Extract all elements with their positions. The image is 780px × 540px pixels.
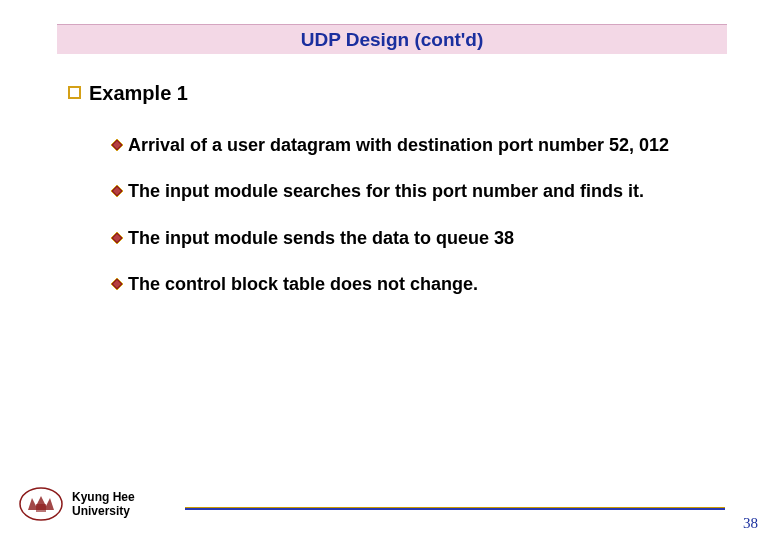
bullet-item: The control block table does not change.	[110, 272, 728, 296]
diamond-bullet-icon	[110, 184, 124, 198]
university-line2: University	[72, 504, 135, 518]
slide-footer: Kyung Hee University	[18, 482, 762, 526]
svg-rect-9	[36, 504, 46, 512]
bullet-item: The input module sends the data to queue…	[110, 226, 728, 250]
example-heading: Example 1	[89, 82, 188, 105]
university-logo-icon	[18, 486, 64, 522]
university-line1: Kyung Hee	[72, 490, 135, 504]
bullet-text: Arrival of a user datagram with destinat…	[128, 133, 669, 157]
bullet-text: The input module searches for this port …	[128, 179, 644, 203]
page-number: 38	[743, 515, 758, 532]
bullet-item: Arrival of a user datagram with destinat…	[110, 133, 728, 157]
bullet-text: The input module sends the data to queue…	[128, 226, 514, 250]
bullet-text: The control block table does not change.	[128, 272, 478, 296]
bullet-item: The input module searches for this port …	[110, 179, 728, 203]
heading-row: Example 1	[68, 82, 728, 105]
diamond-bullet-icon	[110, 277, 124, 291]
university-name: Kyung Hee University	[72, 490, 135, 519]
square-bullet-icon	[68, 86, 81, 99]
slide-title-bar: UDP Design (cont'd)	[57, 24, 727, 54]
slide-title: UDP Design (cont'd)	[301, 29, 484, 51]
diamond-bullet-icon	[110, 138, 124, 152]
diamond-bullet-icon	[110, 231, 124, 245]
slide-content: Example 1 Arrival of a user datagram wit…	[68, 82, 728, 318]
